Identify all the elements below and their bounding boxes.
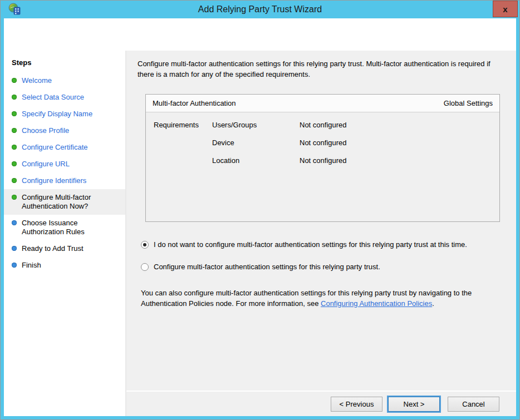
next-button[interactable]: Next >	[388, 397, 440, 412]
radio-label: Configure multi-factor authentication se…	[154, 262, 380, 272]
sidebar-item-label: Specify Display Name	[22, 110, 92, 118]
mfa-panel-header: Multi-factor Authentication Global Setti…	[146, 95, 499, 112]
sidebar-item-label: Select Data Source	[22, 93, 84, 102]
sidebar-item-welcome[interactable]: Welcome	[4, 72, 125, 89]
cancel-button[interactable]: Cancel	[448, 397, 499, 412]
sidebar-item-select-data-source[interactable]: Select Data Source	[4, 89, 125, 106]
close-icon: x	[503, 4, 507, 14]
requirement-name: Location	[212, 156, 300, 174]
requirement-name: Users/Groups	[212, 121, 300, 139]
wizard-window: Add Relying Party Trust Wizard x Steps W…	[0, 0, 520, 420]
sidebar-item-configure-identifiers[interactable]: Configure Identifiers	[4, 172, 125, 189]
wizard-page-content: Configure multi-factor authentication se…	[126, 51, 516, 391]
step-done-icon	[12, 95, 17, 100]
sidebar-item-finish[interactable]: Finish	[4, 257, 125, 274]
adfs-app-icon	[8, 3, 22, 16]
sidebar-item-ready-to-add-trust[interactable]: Ready to Add Trust	[4, 240, 125, 257]
step-upcoming-icon	[12, 220, 17, 225]
step-done-icon	[12, 111, 17, 116]
radio-label: I do not want to configure multi-factor …	[154, 240, 467, 250]
window-body: Steps Welcome Select Data Source Specify…	[4, 18, 516, 416]
step-done-icon	[12, 145, 17, 150]
steps-sidebar: Steps Welcome Select Data Source Specify…	[4, 51, 126, 416]
step-done-icon	[12, 128, 17, 133]
sidebar-item-label: Configure Multi-factor Authentication No…	[22, 193, 108, 211]
requirement-value: Not configured	[300, 156, 499, 174]
step-done-icon	[12, 161, 17, 166]
step-upcoming-icon	[12, 263, 17, 268]
step-current-icon	[12, 195, 17, 200]
sidebar-item-label: Welcome	[22, 76, 52, 85]
mfa-settings-panel: Multi-factor Authentication Global Setti…	[145, 94, 500, 222]
requirement-value: Not configured	[300, 139, 499, 156]
radio-option-skip-mfa[interactable]: I do not want to configure multi-factor …	[141, 240, 508, 250]
radio-option-configure-mfa[interactable]: Configure multi-factor authentication se…	[141, 262, 508, 272]
sidebar-item-label: Configure Certificate	[22, 143, 88, 152]
step-done-icon	[12, 78, 17, 83]
requirement-value: Not configured	[300, 121, 499, 139]
window-title: Add Relying Party Trust Wizard	[4, 4, 516, 14]
footer-text-after: .	[432, 299, 434, 308]
wizard-button-bar: < Previous Next > Cancel	[126, 391, 516, 416]
configuring-authentication-policies-link[interactable]: Configuring Authentication Policies	[321, 299, 432, 308]
sidebar-item-choose-profile[interactable]: Choose Profile	[4, 122, 125, 139]
header-band	[4, 18, 516, 51]
sidebar-item-configure-certificate[interactable]: Configure Certificate	[4, 139, 125, 156]
step-done-icon	[12, 178, 17, 183]
steps-header: Steps	[4, 57, 125, 72]
sidebar-item-label: Ready to Add Trust	[22, 244, 84, 253]
global-settings-label: Global Settings	[444, 99, 493, 107]
step-upcoming-icon	[12, 246, 17, 251]
page-intro-text: Configure multi-factor authentication se…	[138, 58, 508, 80]
sidebar-item-configure-url[interactable]: Configure URL	[4, 156, 125, 172]
sidebar-item-choose-issuance-authorization-rules[interactable]: Choose Issuance Authorization Rules	[4, 215, 125, 240]
requirement-name: Device	[212, 139, 300, 156]
sidebar-item-label: Finish	[22, 261, 41, 270]
sidebar-item-specify-display-name[interactable]: Specify Display Name	[4, 106, 125, 122]
sidebar-item-label: Choose Issuance Authorization Rules	[22, 219, 108, 236]
footer-note: You can also configure multi-factor auth…	[141, 288, 508, 309]
sidebar-item-label: Choose Profile	[22, 126, 69, 135]
previous-button[interactable]: < Previous	[331, 397, 382, 412]
radio-selected-icon[interactable]	[141, 241, 149, 249]
radio-unselected-icon[interactable]	[141, 263, 149, 271]
sidebar-item-label: Configure Identifiers	[22, 176, 86, 185]
spacer	[154, 139, 212, 156]
spacer	[154, 156, 212, 174]
sidebar-item-label: Configure URL	[22, 160, 70, 169]
mfa-requirements-table: Requirements Users/Groups Not configured…	[146, 112, 499, 221]
mfa-panel-title: Multi-factor Authentication	[153, 99, 236, 107]
titlebar: Add Relying Party Trust Wizard x	[4, 1, 516, 18]
close-button[interactable]: x	[493, 1, 518, 17]
requirements-row-label: Requirements	[154, 121, 212, 139]
sidebar-item-configure-mfa-now[interactable]: Configure Multi-factor Authentication No…	[4, 189, 125, 215]
